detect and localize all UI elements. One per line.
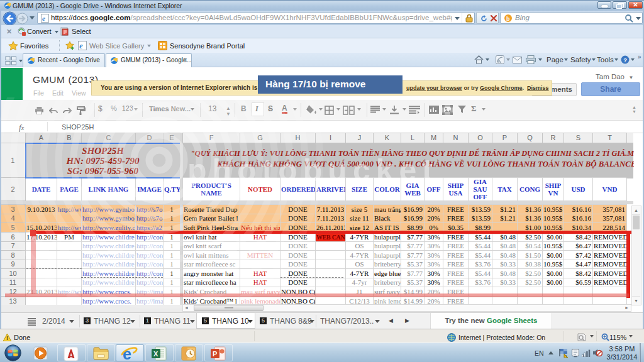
svg-text:P: P: [213, 350, 217, 358]
svg-text:?: ?: [623, 57, 627, 63]
svg-text:e: e: [79, 42, 82, 50]
svg-text:e: e: [123, 345, 131, 362]
svg-text:X: X: [153, 350, 158, 358]
svg-text:b: b: [506, 16, 510, 22]
svg-text:e: e: [42, 14, 45, 22]
svg-text:!: !: [6, 335, 8, 341]
svg-text:!: !: [565, 354, 567, 358]
